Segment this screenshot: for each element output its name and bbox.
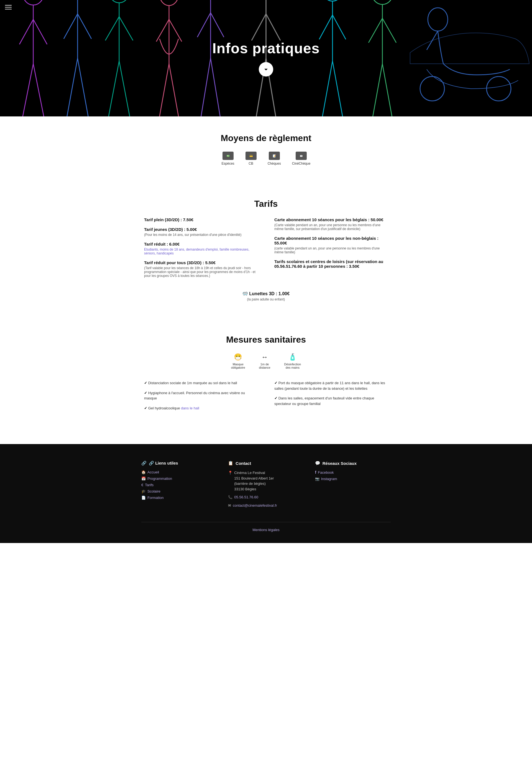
tarif-plein: Tarif plein (3D/2D) : 7.50€ [144, 217, 258, 222]
payment-item-cb: 💳 CB [246, 152, 257, 165]
programmation-icon: 📅 [141, 477, 146, 481]
cinecheque-label: CinéChèque [292, 161, 311, 165]
distance-icon: ↔ [261, 353, 268, 361]
sanitaire-desinfection: 🧴 Désinfectiondes mains [284, 353, 301, 369]
svg-line-10 [66, 58, 77, 116]
footer-contact: 📋 Contact 📍 Cinéma Le Festival151 Boulev… [228, 461, 304, 511]
svg-point-12 [109, 0, 130, 3]
cheques-icon: 📝 [269, 152, 280, 160]
payment-section: Moyens de règlement 💵 Espèces 💳 CB 📝 Chè… [133, 116, 399, 182]
tarifs-section: Tarifs Tarif plein (3D/2D) : 7.50€ Tarif… [133, 182, 399, 318]
phone-link[interactable]: 05.56.51.76.60 [234, 494, 258, 500]
svg-line-16 [108, 61, 119, 116]
payment-item-especes: 💵 Espèces [222, 152, 234, 165]
svg-line-47 [382, 64, 393, 116]
footer-link-formation[interactable]: 📄 Formation [141, 496, 217, 500]
footer-address: 📍 Cinéma Le Festival151 Boulevard Albert… [228, 470, 304, 492]
hero-section: Infos pratiques [0, 0, 532, 116]
cb-icon: 💳 [246, 152, 257, 160]
svg-point-51 [487, 77, 511, 101]
hero-content: Infos pratiques [212, 40, 320, 77]
svg-line-15 [119, 17, 133, 41]
arrow-down-icon [263, 66, 269, 72]
email-link[interactable]: contact@cinemalefestival.fr [233, 503, 277, 508]
svg-point-48 [428, 8, 448, 31]
svg-line-21 [169, 19, 182, 42]
svg-line-32 [252, 14, 266, 41]
sanitaires-title: Mesures sanitaires [144, 335, 388, 345]
cinecheque-icon: 🎟 [296, 152, 307, 160]
desinfection-label: Désinfectiondes mains [284, 362, 301, 369]
tarifs-grid: Tarif plein (3D/2D) : 7.50€ Tarif jeunes… [144, 217, 388, 283]
phone-icon: 📞 [228, 494, 232, 500]
instagram-icon: 📷 [315, 477, 319, 481]
svg-line-40 [321, 61, 332, 116]
address-icon: 📍 [228, 470, 232, 476]
mentions-legales-link[interactable]: Mentions légales [253, 528, 279, 532]
svg-line-17 [119, 61, 130, 116]
svg-line-46 [371, 64, 382, 116]
glasses-tarif: 🥽 Lunettes 3D : 1.00€ [144, 291, 388, 296]
sanitaires-icons: 😷 Masqueobligatoire ↔ 1m dedistance 🧴 Dé… [144, 353, 388, 369]
hamburger-menu[interactable] [5, 5, 12, 9]
sanitaire-masque: 😷 Masqueobligatoire [231, 353, 245, 369]
tarifs-left: Tarif plein (3D/2D) : 7.50€ Tarif jeunes… [144, 217, 258, 283]
tarif-scolaires: Tarifs scolaires et centres de loisirs (… [274, 259, 388, 269]
hero-scroll-button[interactable] [259, 62, 273, 77]
svg-line-11 [77, 58, 89, 116]
footer-email: ✉ contact@cinemalefestival.fr [228, 503, 304, 508]
tarifs-icon: € [141, 483, 143, 487]
hero-title: Infos pratiques [212, 40, 320, 56]
footer-link-programmation[interactable]: 📅 Programmation [141, 477, 217, 481]
payment-title: Moyens de règlement [144, 133, 388, 143]
svg-line-45 [382, 18, 396, 43]
especes-label: Espèces [222, 161, 234, 165]
footer-divider [141, 522, 391, 522]
svg-line-33 [266, 14, 280, 41]
footer-social-title: 💬 Réseaux Sociaux [315, 461, 391, 466]
check-fauteuil: Dans les salles, espacement d'un fauteui… [274, 396, 388, 406]
svg-line-2 [19, 19, 33, 44]
glasses-tarif-sub: (la paire adulte ou enfant) [144, 297, 388, 301]
cb-label: CB [249, 161, 253, 165]
tarif-abo-nonbeglais-subtitle: (carte valable pendant un an, pour une p… [274, 246, 388, 254]
footer-phone: 📞 05.56.51.76.60 [228, 494, 304, 500]
tarif-abo-beglais-title: Carte abonnement 10 séances pour les bég… [274, 217, 383, 222]
check-distanciation: Distanciation sociale de 1m marquée au s… [144, 380, 258, 386]
scolaire-icon: 🎓 [141, 489, 146, 493]
footer-link-scolaire[interactable]: 🎓 Scolaire [141, 489, 217, 493]
masque-icon: 😷 [234, 353, 242, 361]
svg-point-42 [371, 0, 393, 4]
tarifs-right: Carte abonnement 10 séances pour les bég… [274, 217, 388, 283]
tarif-abo-nonbeglais-title: Carte abonnement 10 séances pour les non… [274, 236, 378, 245]
tarif-jeunes-subtitle: (Pour les moins de 14 ans, sur présentat… [144, 233, 258, 237]
tarif-reduit-tous: Tarif réduit pour tous (3D/2D) : 5.50€ (… [144, 260, 258, 278]
check-masque-port: Port du masque obligatoire à partir de 1… [274, 380, 388, 391]
svg-line-14 [105, 17, 119, 41]
svg-line-26 [197, 13, 211, 37]
tarif-abo-beglais: Carte abonnement 10 séances pour les bég… [274, 217, 388, 231]
gel-highlight: dans le hall [181, 406, 199, 410]
tarif-reduit-title: Tarif réduit : 6.00€ [144, 242, 179, 246]
footer-contact-title: 📋 Contact [228, 461, 304, 466]
sanitaire-distance: ↔ 1m dedistance [259, 353, 270, 369]
tarif-reduit-tous-subtitle: (Tarif valable pour les séances de 18h à… [144, 266, 258, 278]
tarif-reduit-subtitle: Etudiants, moins de 18 ans, demandeurs d… [144, 248, 258, 255]
sanitaires-checks: Distanciation sociale de 1m marquée au s… [144, 380, 388, 411]
footer-social: 💬 Réseaux Sociaux f Facebook 📷 Instagram [315, 461, 391, 511]
tarif-abo-nonbeglais: Carte abonnement 10 séances pour les non… [274, 236, 388, 254]
payment-icons-container: 💵 Espèces 💳 CB 📝 Chèques 🎟 CinéChèque [144, 152, 388, 165]
svg-line-41 [332, 61, 343, 116]
formation-icon: 📄 [141, 496, 146, 500]
footer-link-accueil[interactable]: 🏠 Accueil [141, 470, 217, 474]
svg-point-18 [160, 0, 178, 6]
tarif-scolaires-title: Tarifs scolaires et centres de loisirs (… [274, 259, 383, 269]
svg-line-22 [159, 64, 169, 116]
footer-liens: 🔗 🔗 Liens utiles 🏠 Accueil 📅 Programmati… [141, 461, 217, 511]
footer-facebook[interactable]: f Facebook [315, 470, 391, 475]
svg-point-50 [420, 77, 444, 101]
footer-link-tarifs[interactable]: € Tarifs [141, 483, 217, 487]
especes-icon: 💵 [222, 152, 233, 160]
svg-point-0 [22, 0, 44, 5]
footer-instagram[interactable]: 📷 Instagram [315, 477, 391, 481]
